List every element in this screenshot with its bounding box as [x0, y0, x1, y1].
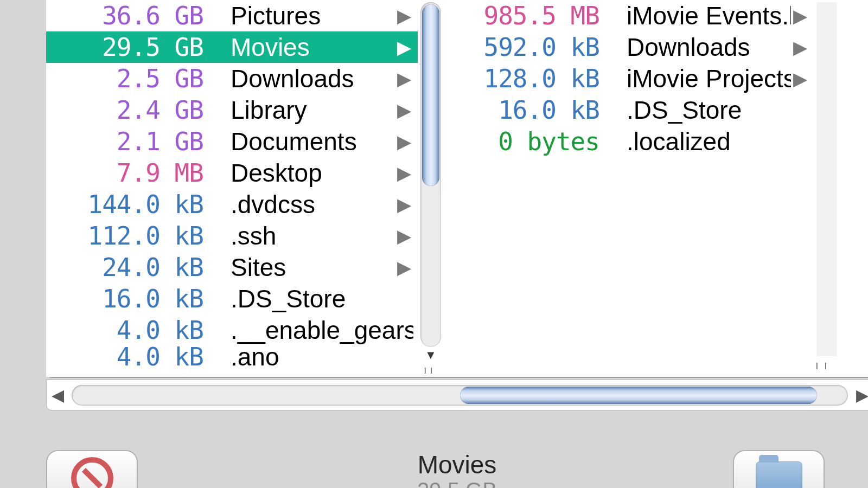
item-size: 4.0 kB [46, 346, 203, 368]
list-item[interactable]: 16.0 kB.DS_Store [46, 283, 418, 314]
reveal-in-finder-button[interactable] [733, 450, 825, 488]
horizontal-scrollbar[interactable]: ◀ ▶ [46, 380, 868, 410]
list-item[interactable]: 2.5 GBDownloads▶ [46, 63, 418, 94]
disclosure-arrow-icon: ▶ [395, 99, 413, 121]
list-item[interactable]: 4.0 kB.__enable_gears_st… [46, 314, 418, 346]
item-name: iMovie Projects.lo [599, 64, 791, 93]
list-item[interactable]: 36.6 GBPictures▶ [46, 0, 418, 31]
item-name: Movies [203, 33, 395, 62]
scroll-thumb[interactable] [460, 387, 817, 404]
item-size: 112.0 kB [46, 221, 203, 251]
item-size: 16.0 kB [46, 284, 203, 313]
folder-icon [756, 461, 802, 488]
disclosure-arrow-icon: ▶ [395, 256, 413, 278]
disclosure-arrow-icon: ▶ [791, 5, 809, 27]
item-size: 0 bytes [442, 127, 599, 156]
item-name: .localized [599, 127, 809, 156]
item-name: .ssh [203, 221, 395, 251]
disclosure-arrow-icon: ▶ [395, 225, 413, 247]
item-name: .__enable_gears_st… [203, 316, 413, 345]
list-item[interactable]: 7.9 MBDesktop▶ [46, 157, 418, 189]
list-item[interactable]: 128.0 kBiMovie Projects.lo▶ [442, 63, 814, 94]
item-size: 144.0 kB [46, 190, 203, 219]
item-size: 2.1 GB [46, 127, 203, 156]
scroll-right-arrow[interactable]: ▶ [851, 386, 868, 404]
child-column: 985.5 MBiMovie Events.loc▶592.0 kBDownlo… [442, 0, 838, 377]
disclosure-arrow-icon: ▶ [395, 68, 413, 89]
item-size: 128.0 kB [442, 64, 599, 93]
item-name: Sites [203, 253, 395, 282]
item-size: 2.5 GB [46, 64, 203, 93]
item-name: Downloads [203, 64, 395, 93]
item-name: Downloads [599, 33, 791, 62]
child-list[interactable]: 985.5 MBiMovie Events.loc▶592.0 kBDownlo… [442, 0, 814, 377]
list-item[interactable]: 2.1 GBDocuments▶ [46, 126, 418, 157]
list-item[interactable]: 24.0 kBSites▶ [46, 252, 418, 283]
list-item[interactable]: 112.0 kB.ssh▶ [46, 220, 418, 252]
disk-usage-window: 36.6 GBPictures▶29.5 GBMovies▶2.5 GBDown… [46, 0, 868, 412]
item-name: .ano [203, 346, 413, 368]
scroll-thumb[interactable] [422, 4, 439, 186]
list-item[interactable]: 985.5 MBiMovie Events.loc▶ [442, 0, 814, 31]
disclosure-arrow-icon: ▶ [395, 131, 413, 152]
item-name: .DS_Store [599, 95, 809, 125]
horizontal-track[interactable] [72, 385, 848, 406]
parent-column: 36.6 GBPictures▶29.5 GBMovies▶2.5 GBDown… [46, 0, 442, 377]
disclosure-arrow-icon: ▶ [395, 36, 413, 58]
scroll-left-arrow[interactable]: ◀ [47, 386, 68, 404]
disclosure-arrow-icon: ▶ [791, 36, 809, 58]
item-name: Pictures [203, 1, 395, 30]
disclosure-arrow-icon: ▶ [395, 162, 413, 184]
list-item[interactable]: 4.0 kB.ano [46, 346, 418, 368]
vertical-scrollbar[interactable] [816, 2, 837, 356]
item-size: 16.0 kB [442, 95, 599, 125]
scroll-grip-icon: ıı [815, 358, 833, 373]
item-name: Documents [203, 127, 395, 156]
disclosure-arrow-icon: ▶ [791, 68, 809, 89]
item-name: iMovie Events.loc [599, 1, 791, 30]
list-item[interactable]: 0 bytes.localized [442, 126, 814, 157]
footer-bar: Movies 29.5 GB [46, 450, 868, 488]
item-size: 7.9 MB [46, 158, 203, 188]
column-view: 36.6 GBPictures▶29.5 GBMovies▶2.5 GBDown… [46, 0, 868, 378]
item-size: 592.0 kB [442, 33, 599, 62]
list-item[interactable]: 16.0 kB.DS_Store [442, 94, 814, 126]
item-name: .dvdcss [203, 190, 395, 219]
item-size: 985.5 MB [442, 1, 599, 30]
item-size: 4.0 kB [46, 316, 203, 345]
list-item[interactable]: 2.4 GBLibrary▶ [46, 94, 418, 126]
list-item[interactable]: 29.5 GBMovies▶ [46, 31, 418, 63]
list-item[interactable]: 144.0 kB.dvdcss▶ [46, 189, 418, 220]
item-size: 36.6 GB [46, 1, 203, 30]
scroll-grip-icon: ıı [424, 364, 438, 376]
item-name: .DS_Store [203, 284, 413, 313]
list-item[interactable]: 592.0 kBDownloads▶ [442, 31, 814, 63]
item-size: 2.4 GB [46, 95, 203, 125]
parent-list[interactable]: 36.6 GBPictures▶29.5 GBMovies▶2.5 GBDown… [46, 0, 418, 377]
disclosure-arrow-icon: ▶ [395, 5, 413, 27]
vertical-scrollbar[interactable] [420, 2, 441, 347]
scroll-down-arrow[interactable]: ▼ [422, 349, 440, 362]
item-size: 24.0 kB [46, 253, 203, 282]
item-size: 29.5 GB [46, 33, 203, 62]
item-name: Desktop [203, 158, 395, 188]
item-name: Library [203, 95, 395, 125]
disclosure-arrow-icon: ▶ [395, 194, 413, 215]
